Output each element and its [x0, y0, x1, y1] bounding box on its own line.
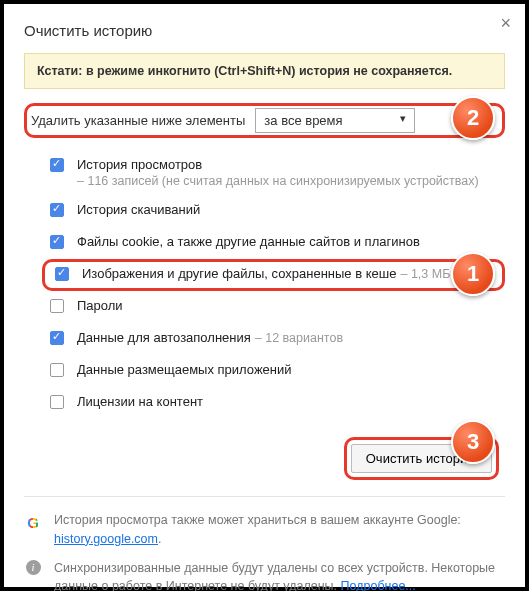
item-hint: 12 вариантов [265, 331, 343, 345]
item-hint: 116 записей (не считая данных на синхрон… [87, 174, 478, 188]
item-label: Пароли [77, 298, 123, 313]
google-icon: G [27, 512, 39, 535]
item-label: Лицензии на контент [77, 394, 203, 409]
list-item[interactable]: Данные размещаемых приложений [42, 355, 505, 387]
time-range-value: за все время [264, 113, 342, 128]
checkbox-download-history[interactable] [50, 203, 64, 217]
list-item[interactable]: Лицензии на контент [42, 387, 505, 419]
checkbox-list: История просмотров – 116 записей (не счи… [42, 150, 505, 419]
history-google-link[interactable]: history.google.com [54, 532, 158, 546]
list-item[interactable]: История скачиваний [42, 195, 505, 227]
checkbox-cached-images[interactable] [55, 267, 69, 281]
divider [24, 496, 505, 497]
learn-more-link[interactable]: Подробнее... [341, 579, 416, 591]
checkbox-cookies[interactable] [50, 235, 64, 249]
sync-info: i Синхронизированные данные будут удален… [24, 559, 505, 592]
incognito-notice: Кстати: в режиме инкогнито (Ctrl+Shift+N… [24, 53, 505, 89]
checkbox-hosted-apps[interactable] [50, 363, 64, 377]
time-range-select[interactable]: за все время [255, 108, 415, 133]
list-item[interactable]: Изображения и другие файлы, сохраненные … [42, 259, 505, 291]
item-label: История скачиваний [77, 202, 200, 217]
list-item[interactable]: Файлы cookie, а также другие данные сайт… [42, 227, 505, 259]
list-item[interactable]: Пароли [42, 291, 505, 323]
annotation-badge-2: 2 [451, 96, 495, 140]
checkbox-browsing-history[interactable] [50, 158, 64, 172]
annotation-badge-3: 3 [451, 420, 495, 464]
item-hint: 1,3 МБ [411, 267, 450, 281]
clear-history-dialog: × Очистить историю Кстати: в режиме инко… [4, 4, 525, 587]
time-range-row: Удалить указанные ниже элементы за все в… [24, 103, 505, 138]
time-range-label: Удалить указанные ниже элементы [31, 113, 245, 128]
close-icon[interactable]: × [500, 14, 511, 32]
item-label: Данные для автозаполнения [77, 330, 251, 345]
checkbox-autofill[interactable] [50, 331, 64, 345]
dialog-title: Очистить историю [24, 22, 505, 39]
info-icon: i [26, 560, 41, 575]
list-item[interactable]: История просмотров – 116 записей (не счи… [42, 150, 505, 195]
checkbox-passwords[interactable] [50, 299, 64, 313]
sync-info-text: Синхронизированные данные будут удалены … [54, 561, 495, 592]
item-label: Изображения и другие файлы, сохраненные … [82, 266, 396, 281]
checkbox-licenses[interactable] [50, 395, 64, 409]
item-label: Данные размещаемых приложений [77, 362, 292, 377]
google-info-text: История просмотра также может храниться … [54, 513, 461, 527]
list-item[interactable]: Данные для автозаполнения – 12 вариантов [42, 323, 505, 355]
item-label: Файлы cookie, а также другие данные сайт… [77, 234, 420, 249]
notice-text: Кстати: в режиме инкогнито (Ctrl+Shift+N… [37, 64, 452, 78]
item-label: История просмотров [77, 157, 479, 172]
google-account-info: G История просмотра также может хранитьс… [24, 511, 505, 549]
annotation-badge-1: 1 [451, 252, 495, 296]
action-row: Очистить историю [24, 437, 505, 480]
